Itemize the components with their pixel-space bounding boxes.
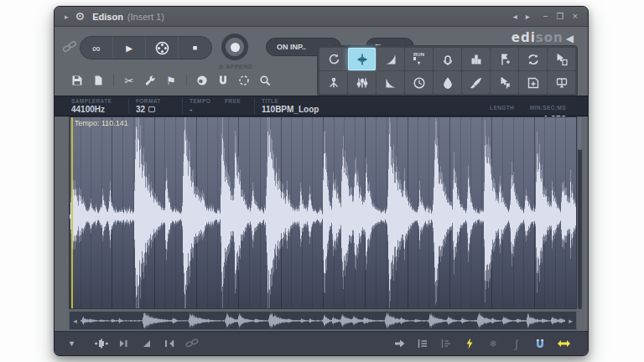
tool-revert-button[interactable] — [319, 48, 347, 70]
tools-row: ✂ ⚑ — [70, 74, 273, 87]
tool-blur-drop-button[interactable] — [434, 71, 461, 94]
desktop: ▸ ⚙ Edison (Insert 1) ◂ ▸ − ❒ × ∞ — [0, 0, 644, 362]
tools-separator — [113, 75, 114, 86]
tool-fade-in-button[interactable] — [377, 48, 404, 70]
tempo-marker-line[interactable] — [71, 117, 73, 308]
tool-paint-brush-button[interactable] — [462, 71, 490, 94]
tool-equalize-button[interactable] — [348, 71, 376, 94]
free-select-icon[interactable] — [236, 74, 252, 87]
maximize-button[interactable]: ❒ — [557, 13, 564, 21]
lightning-icon[interactable] — [462, 338, 477, 349]
scissors-icon[interactable]: ✂ — [122, 74, 137, 87]
title-bar[interactable]: ▸ ⚙ Edison (Insert 1) ◂ ▸ − ❒ × — [55, 7, 588, 27]
tempo-value[interactable]: - — [190, 105, 210, 114]
tool-send-to-button[interactable] — [548, 71, 575, 94]
format-label: FORMAT — [136, 98, 161, 104]
infobar-separator — [128, 99, 129, 114]
bottom-toolbar: ▼ — [55, 331, 588, 355]
link-icon[interactable] — [62, 40, 77, 57]
smooth-curve-icon[interactable]: ∫ — [509, 338, 524, 349]
tempo-marker-label: Tempo: 110.141 — [75, 119, 128, 127]
append-mode-label[interactable]: ⊙ APPEND — [202, 64, 269, 70]
tool-denoise-button[interactable] — [434, 48, 461, 70]
tool-fade-out-button[interactable] — [377, 71, 404, 94]
edison-logo: edison◀ — [317, 32, 578, 45]
vertical-scroll-thumb[interactable] — [578, 116, 582, 150]
waveform-editor[interactable]: Tempo: 110.141 — [69, 116, 577, 309]
record-button[interactable] — [221, 34, 248, 60]
window-title: Edison — [92, 12, 123, 22]
overview-scrollbar[interactable]: ◂ ▸ — [69, 311, 577, 330]
samplerate-value[interactable]: 44100Hz — [71, 105, 112, 114]
record-dot-icon — [231, 43, 240, 52]
wrench-icon[interactable] — [143, 74, 158, 87]
tempo-label: TEMPO — [190, 98, 210, 104]
effects-panel: edison◀ RUN▾ — [317, 32, 578, 96]
scroll-left-icon[interactable]: ◂ — [70, 317, 80, 325]
tool-resync-button[interactable] — [519, 48, 547, 70]
tool-save-as-button[interactable] — [519, 71, 547, 94]
waveform-canvas[interactable] — [70, 117, 576, 308]
minimize-button[interactable]: − — [543, 13, 548, 21]
window-subtitle: (Insert 1) — [127, 12, 164, 22]
stereo-format-icon — [148, 106, 155, 112]
free-label: FREE — [225, 98, 241, 104]
send-arrow-icon[interactable] — [392, 338, 407, 349]
infobar-separator — [182, 99, 183, 114]
next-preset-icon[interactable]: ▸ — [526, 13, 530, 21]
tool-time-clock-button[interactable] — [405, 71, 433, 94]
window-menu-caret-icon[interactable]: ▸ — [65, 13, 69, 21]
tools-separator — [186, 75, 187, 86]
copy-file-icon[interactable] — [91, 74, 106, 87]
zoom-magnifier-icon[interactable] — [257, 74, 273, 87]
tool-run-script-button[interactable]: RUN▾ — [405, 48, 433, 70]
toolbar-zone: ∞ ▶ ■ ⊙ APPEND O — [55, 27, 588, 96]
snap-end-icon[interactable] — [162, 338, 177, 349]
plugin-gear-icon[interactable]: ⚙ — [75, 11, 86, 22]
tool-grab-claw-button[interactable] — [319, 71, 347, 94]
effects-grid: RUN▾ — [317, 45, 578, 96]
sample-title-value[interactable]: 110BPM_Loop — [262, 105, 319, 114]
loop-button[interactable]: ∞ — [80, 37, 113, 59]
vertical-zoom-scrollbar[interactable] — [578, 116, 582, 309]
edit-regions-icon[interactable] — [415, 338, 430, 349]
format-value[interactable]: 32 — [136, 105, 161, 114]
tool-drag-copy-button[interactable] — [548, 48, 575, 70]
article-list-icon[interactable] — [439, 338, 454, 349]
link-selection-icon[interactable] — [184, 338, 200, 349]
scroll-right-icon[interactable]: ▸ — [565, 317, 576, 325]
reel-button[interactable] — [146, 37, 179, 59]
magnet-listen-icon[interactable] — [532, 338, 548, 349]
speaker-icon: ◀ — [566, 33, 574, 44]
marker-flag-icon[interactable]: ⚑ — [164, 74, 179, 87]
edit-tools-group — [94, 338, 200, 349]
tool-trim-center-button[interactable] — [348, 48, 376, 70]
length-label: LENGTH — [490, 105, 514, 111]
stop-button[interactable]: ■ — [179, 37, 211, 59]
play-button[interactable]: ▶ — [113, 37, 146, 59]
close-button[interactable]: × — [573, 12, 578, 21]
time-format-label: MIN:SEC:MS — [530, 105, 566, 111]
record-button-inner — [226, 38, 244, 56]
tool-add-marker-button[interactable] — [491, 48, 518, 70]
eye-icon[interactable] — [195, 74, 210, 87]
options-dropdown-icon[interactable]: ▼ — [68, 339, 75, 348]
overview-waveform-canvas[interactable] — [80, 313, 565, 328]
fade-wedge-icon[interactable] — [139, 338, 154, 349]
transport-group: ∞ ▶ ■ — [80, 36, 212, 59]
freeze-snowflake-icon[interactable]: ❄ — [486, 338, 501, 349]
infobar-separator — [254, 99, 255, 114]
info-bar: SAMPLERATE 44100Hz FORMAT 32 TEMPO - FRE… — [55, 96, 588, 116]
prev-preset-icon[interactable]: ◂ — [513, 13, 517, 21]
save-icon[interactable] — [70, 74, 85, 87]
title-label: TITLE — [262, 98, 319, 104]
magnet-icon[interactable] — [216, 74, 231, 87]
view-tools-group: ❄ ∫ — [392, 338, 571, 349]
scrub-icon[interactable] — [94, 338, 109, 349]
tool-stats-button[interactable] — [462, 48, 490, 70]
tool-slice-marker-button[interactable] — [491, 71, 518, 94]
snap-start-icon[interactable] — [117, 338, 132, 349]
samplerate-label: SAMPLERATE — [71, 98, 112, 104]
record-mode-value: ON INP.. — [277, 43, 306, 51]
loop-swap-icon[interactable] — [556, 338, 571, 349]
